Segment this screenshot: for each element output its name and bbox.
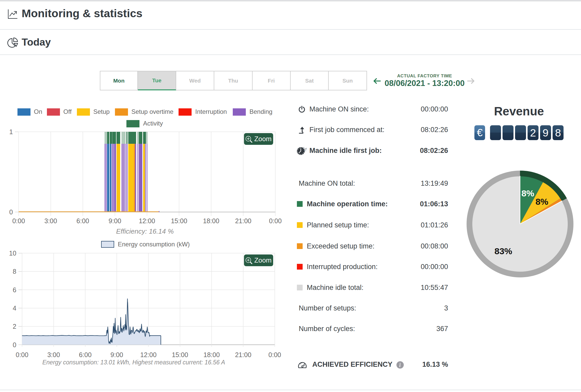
svg-text:4: 4 [13,304,16,312]
svg-text:1: 1 [9,129,13,135]
svg-text:10: 10 [9,250,16,257]
svg-text:6: 6 [13,286,16,294]
svg-text:0:00: 0:00 [269,217,282,225]
svg-text:0:00: 0:00 [16,351,28,358]
svg-text:9:00: 9:00 [111,351,123,358]
svg-text:8%: 8% [521,188,534,198]
svg-text:18:00: 18:00 [204,351,220,358]
svg-text:6:00: 6:00 [76,217,89,225]
svg-text:6:00: 6:00 [79,351,92,358]
svg-text:12:00: 12:00 [140,351,157,358]
svg-text:8%: 8% [535,197,548,207]
svg-text:3:00: 3:00 [44,217,57,225]
svg-text:0: 0 [13,341,16,349]
svg-text:21:00: 21:00 [235,217,252,225]
svg-text:9:00: 9:00 [108,217,121,225]
svg-text:15:00: 15:00 [172,351,188,358]
svg-text:21:00: 21:00 [235,351,252,358]
svg-text:3:00: 3:00 [47,351,60,358]
svg-text:15:00: 15:00 [171,217,187,225]
svg-text:0:00: 0:00 [12,217,25,225]
svg-text:12:00: 12:00 [139,217,155,225]
svg-text:8: 8 [13,268,16,275]
svg-text:83%: 83% [494,246,512,256]
svg-text:0:00: 0:00 [268,351,281,358]
svg-text:z: z [306,147,307,150]
svg-text:18:00: 18:00 [203,217,219,225]
svg-text:2: 2 [13,323,16,330]
svg-text:0: 0 [9,208,13,216]
